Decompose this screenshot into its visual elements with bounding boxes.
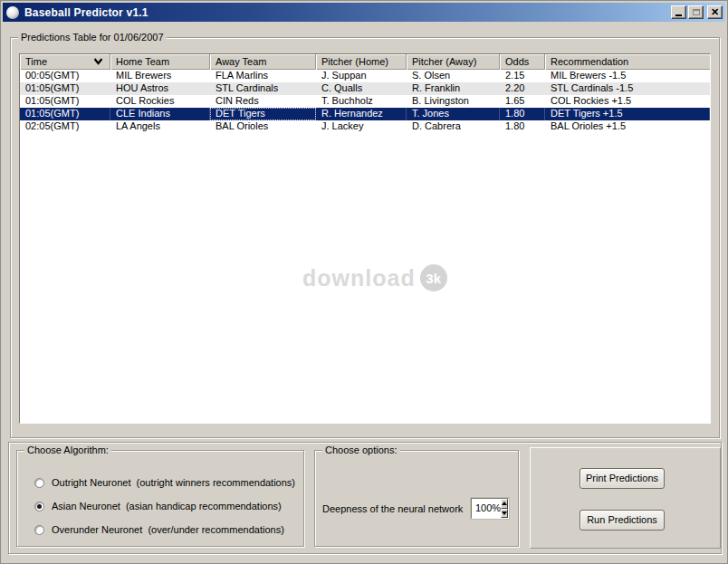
table-cell: 2.15 bbox=[500, 70, 545, 82]
column-header[interactable]: Home Team bbox=[110, 54, 210, 70]
column-header[interactable]: Time bbox=[20, 54, 110, 70]
table-cell: COL Rockies +1.5 bbox=[545, 95, 710, 108]
deepness-label: Deepness of the neural network bbox=[322, 503, 463, 514]
table-header: TimeHome TeamAway TeamPitcher (Home)Pitc… bbox=[20, 54, 710, 70]
table-cell: T. Buchholz bbox=[316, 95, 407, 108]
spinner-down-button[interactable] bbox=[501, 509, 508, 519]
radio-label: Asian Neuronet (asian handicap recommend… bbox=[52, 501, 282, 511]
algorithm-groupbox: Choose Algorithm: Outright Neuronet (out… bbox=[16, 450, 304, 547]
table-cell: 1.65 bbox=[500, 95, 545, 108]
predictions-groupbox: Predictions Table for 01/06/2007 TimeHom… bbox=[10, 37, 720, 438]
table-cell: R. Hernandez bbox=[316, 108, 407, 120]
table-cell: 02:05(GMT) bbox=[20, 120, 110, 133]
bottom-panel: Choose Algorithm: Outright Neuronet (out… bbox=[8, 442, 722, 554]
table-row[interactable]: 00:05(GMT)MIL BrewersFLA MarlinsJ. Suppa… bbox=[20, 70, 710, 82]
table-row[interactable]: 02:05(GMT)LA AngelsBAL OriolesJ. LackeyD… bbox=[20, 120, 710, 133]
table-cell: D. Cabrera bbox=[407, 120, 500, 133]
table-cell: T. Jones bbox=[407, 108, 500, 120]
close-button[interactable]: ✕ bbox=[707, 5, 723, 19]
arrow-up-icon bbox=[502, 502, 507, 505]
options-group-label: Choose options: bbox=[322, 445, 400, 455]
radio-unselected-icon[interactable] bbox=[34, 525, 44, 535]
radio-unselected-icon[interactable] bbox=[34, 478, 44, 488]
table-cell: 2.20 bbox=[500, 82, 545, 95]
table-cell: MIL Brewers -1.5 bbox=[545, 70, 710, 82]
app-window: Baseball Predictor v1.1 ✕ Predictions Ta… bbox=[0, 0, 728, 564]
close-icon: ✕ bbox=[711, 7, 719, 17]
table-cell: J. Lackey bbox=[316, 120, 407, 133]
table-cell: R. Franklin bbox=[407, 82, 500, 95]
table-cell: 01:05(GMT) bbox=[20, 82, 110, 95]
minimize-icon bbox=[675, 14, 682, 16]
radio-label: Overunder Neuronet (over/under recommend… bbox=[52, 524, 284, 535]
table-cell: STL Cardinals bbox=[210, 82, 316, 95]
baseball-icon bbox=[6, 6, 19, 19]
table-cell: STL Cardinals -1.5 bbox=[545, 82, 710, 95]
options-groupbox: Choose options: Deepness of the neural n… bbox=[314, 450, 519, 547]
minimize-button[interactable] bbox=[671, 5, 686, 19]
radio-label: Outright Neuronet (outright winners reco… bbox=[52, 477, 295, 488]
table-cell: CIN Reds bbox=[210, 95, 316, 108]
table-cell: COL Rockies bbox=[110, 95, 210, 108]
algorithm-radio-option[interactable]: Asian Neuronet (asian handicap recommend… bbox=[34, 501, 282, 511]
table-cell: J. Suppan bbox=[316, 70, 407, 82]
window-title: Baseball Predictor v1.1 bbox=[24, 6, 148, 19]
table-cell: BAL Orioles bbox=[210, 120, 316, 133]
spinner-up-button[interactable] bbox=[501, 499, 508, 509]
table-cell: C. Qualls bbox=[316, 82, 407, 95]
table-cell: 1.80 bbox=[500, 108, 545, 120]
table-row[interactable]: 01:05(GMT)COL RockiesCIN RedsT. Buchholz… bbox=[20, 95, 710, 108]
column-header[interactable]: Pitcher (Home) bbox=[316, 54, 407, 70]
table-cell: CLE Indians bbox=[110, 108, 210, 120]
actions-panel: Print Predictions Run Predictions bbox=[530, 447, 721, 549]
column-header[interactable]: Pitcher (Away) bbox=[407, 54, 500, 70]
predictions-group-label: Predictions Table for 01/06/2007 bbox=[18, 32, 167, 43]
maximize-button[interactable] bbox=[688, 5, 704, 19]
table-cell: HOU Astros bbox=[110, 82, 210, 95]
algorithm-group-label: Choose Algorithm: bbox=[24, 445, 111, 455]
deepness-value: 100% bbox=[472, 499, 501, 518]
table-cell: DET Tigers bbox=[210, 108, 316, 120]
table-cell: LA Angels bbox=[110, 120, 210, 133]
table-cell: FLA Marlins bbox=[210, 70, 316, 82]
table-row[interactable]: 01:05(GMT)CLE IndiansDET TigersR. Hernan… bbox=[20, 108, 710, 120]
table-cell: BAL Orioles +1.5 bbox=[545, 120, 710, 133]
table-cell: 00:05(GMT) bbox=[20, 70, 110, 82]
column-header[interactable]: Away Team bbox=[210, 54, 316, 70]
table-cell: B. Livingston bbox=[407, 95, 500, 108]
table-cell: 1.80 bbox=[500, 120, 545, 133]
sort-descending-icon bbox=[94, 58, 102, 65]
title-bar: Baseball Predictor v1.1 ✕ bbox=[3, 3, 725, 22]
table-cell: 01:05(GMT) bbox=[20, 95, 110, 108]
table-cell: DET Tigers +1.5 bbox=[545, 108, 710, 120]
arrow-down-icon bbox=[502, 511, 507, 515]
maximize-icon bbox=[693, 9, 700, 15]
table-cell: 01:05(GMT) bbox=[20, 108, 110, 120]
deepness-spinner[interactable]: 100% bbox=[471, 498, 509, 519]
run-predictions-button[interactable]: Run Predictions bbox=[580, 510, 665, 531]
table-cell: MIL Brewers bbox=[110, 70, 210, 82]
table-body: 00:05(GMT)MIL BrewersFLA MarlinsJ. Suppa… bbox=[20, 70, 710, 133]
table-row[interactable]: 01:05(GMT)HOU AstrosSTL CardinalsC. Qual… bbox=[20, 82, 710, 95]
column-header[interactable]: Recommendation bbox=[545, 54, 710, 70]
print-predictions-button[interactable]: Print Predictions bbox=[580, 468, 665, 489]
radio-selected-icon[interactable] bbox=[34, 502, 44, 511]
column-header[interactable]: Odds bbox=[500, 54, 545, 70]
algorithm-radio-option[interactable]: Outright Neuronet (outright winners reco… bbox=[34, 477, 295, 488]
algorithm-radio-option[interactable]: Overunder Neuronet (over/under recommend… bbox=[34, 524, 284, 535]
table-cell: S. Olsen bbox=[407, 70, 500, 82]
predictions-table: TimeHome TeamAway TeamPitcher (Home)Pitc… bbox=[19, 53, 711, 424]
